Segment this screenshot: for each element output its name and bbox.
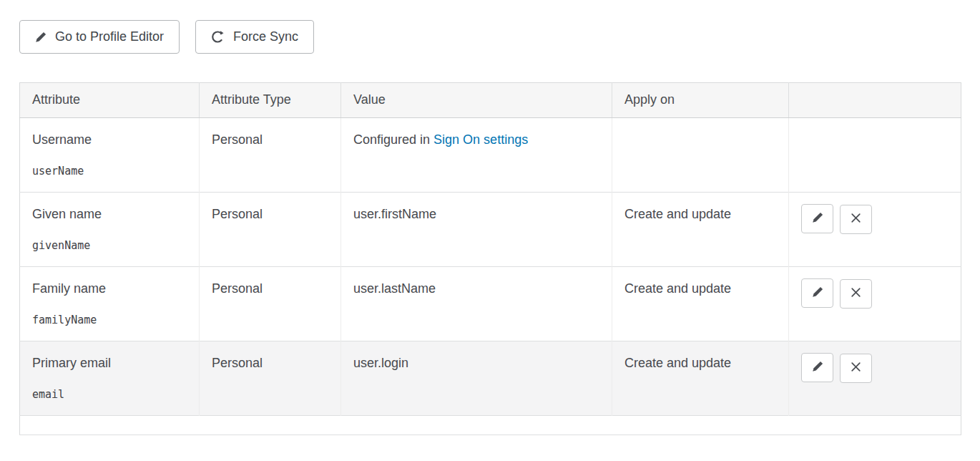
table-row: Family name familyName Personal user.las… [20, 267, 961, 341]
close-icon [851, 287, 861, 300]
delete-attribute-button[interactable] [840, 279, 872, 309]
go-to-profile-editor-label: Go to Profile Editor [55, 29, 164, 44]
sign-on-settings-link[interactable]: Sign On settings [433, 132, 528, 147]
actions-cell [789, 341, 961, 416]
column-header-apply-on: Apply on [612, 83, 789, 118]
table-header-row: Attribute Attribute Type Value Apply on [20, 83, 961, 118]
apply-on-cell [612, 118, 789, 193]
value-cell: user.firstName [341, 193, 612, 267]
apply-on-cell: Create and update [612, 341, 789, 416]
table-row: Username userName Personal Configured in… [20, 118, 961, 193]
attribute-variable-name: userName [32, 165, 187, 178]
pencil-icon [812, 286, 823, 300]
toolbar: Go to Profile Editor Force Sync [19, 20, 961, 54]
table-row: Primary email email Personal user.login … [20, 341, 961, 416]
force-sync-label: Force Sync [233, 29, 298, 44]
attribute-label: Family name [32, 281, 187, 296]
value-text: Configured in [353, 132, 430, 147]
delete-attribute-button[interactable] [840, 354, 872, 383]
attribute-type-cell: Personal [200, 193, 341, 267]
column-header-attribute: Attribute [20, 83, 200, 118]
close-icon [851, 213, 861, 225]
pencil-icon [35, 31, 46, 43]
value-cell: Configured inSign On settings [341, 118, 612, 193]
refresh-icon [211, 30, 225, 44]
edit-attribute-button[interactable] [801, 204, 833, 233]
pencil-icon [812, 361, 823, 374]
go-to-profile-editor-button[interactable]: Go to Profile Editor [19, 20, 180, 54]
actions-cell [789, 118, 961, 193]
actions-cell [789, 267, 961, 341]
attribute-variable-name: givenName [32, 239, 187, 252]
attribute-mappings-page: Go to Profile Editor Force Sync Attribut… [0, 0, 980, 435]
value-cell: user.login [341, 341, 612, 416]
attribute-label: Given name [32, 207, 187, 222]
actions-cell [789, 193, 961, 267]
attribute-label: Primary email [32, 356, 187, 371]
table-row-partial [20, 416, 961, 435]
attribute-mapping-table: Attribute Attribute Type Value Apply on … [19, 82, 961, 435]
delete-attribute-button[interactable] [840, 205, 872, 234]
table-row: Given name givenName Personal user.first… [20, 193, 961, 267]
attribute-variable-name: familyName [32, 314, 187, 326]
apply-on-cell: Create and update [612, 267, 789, 341]
apply-on-cell: Create and update [612, 193, 789, 267]
column-header-attribute-type: Attribute Type [200, 83, 341, 118]
force-sync-button[interactable]: Force Sync [195, 20, 314, 54]
close-icon [851, 361, 861, 374]
attribute-type-cell: Personal [200, 341, 341, 416]
attribute-type-cell: Personal [200, 267, 341, 341]
attribute-type-cell: Personal [200, 118, 341, 193]
column-header-actions [789, 83, 961, 118]
edit-attribute-button[interactable] [801, 353, 833, 382]
pencil-icon [812, 212, 823, 225]
attribute-variable-name: email [32, 388, 187, 401]
value-cell: user.lastName [341, 267, 612, 341]
attribute-label: Username [32, 132, 187, 147]
column-header-value: Value [341, 83, 612, 118]
edit-attribute-button[interactable] [801, 278, 833, 308]
